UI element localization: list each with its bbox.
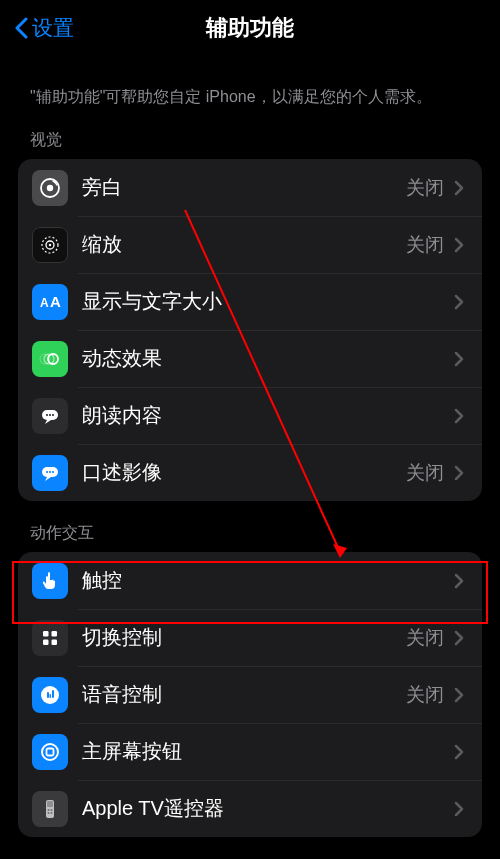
svg-point-1: [47, 185, 53, 191]
row-label: 旁白: [82, 174, 406, 201]
row-label: 语音控制: [82, 681, 406, 708]
svg-rect-20: [43, 639, 49, 645]
row-touch[interactable]: 触控: [18, 552, 482, 609]
content: "辅助功能"可帮助您自定 iPhone，以满足您的个人需求。 视觉 旁白 关闭 …: [0, 56, 500, 837]
svg-text:A: A: [50, 293, 61, 310]
row-status: 关闭: [406, 625, 444, 651]
chevron-right-icon: [450, 572, 468, 590]
zoom-icon: [32, 227, 68, 263]
row-status: 关闭: [406, 175, 444, 201]
svg-point-16: [49, 471, 51, 473]
svg-point-13: [52, 414, 54, 416]
svg-point-12: [49, 414, 51, 416]
chevron-right-icon: [450, 179, 468, 197]
svg-rect-29: [47, 801, 53, 807]
svg-rect-23: [47, 692, 49, 698]
svg-rect-21: [52, 639, 58, 645]
audio-descriptions-icon: [32, 455, 68, 491]
row-motion[interactable]: 动态效果: [18, 330, 482, 387]
header: 设置 辅助功能: [0, 0, 500, 56]
row-label: 朗读内容: [82, 402, 450, 429]
motion-icon: [32, 341, 68, 377]
back-label: 设置: [32, 14, 74, 42]
display-text-icon: AA: [32, 284, 68, 320]
row-label: Apple TV遥控器: [82, 795, 450, 822]
row-status: 关闭: [406, 232, 444, 258]
intro-text: "辅助功能"可帮助您自定 iPhone，以满足您的个人需求。: [0, 86, 500, 130]
svg-point-30: [48, 809, 50, 811]
chevron-right-icon: [450, 629, 468, 647]
svg-rect-18: [43, 631, 49, 637]
svg-point-32: [48, 812, 50, 814]
row-label: 触控: [82, 567, 450, 594]
row-label: 口述影像: [82, 459, 406, 486]
svg-point-15: [46, 471, 48, 473]
chevron-right-icon: [450, 800, 468, 818]
chevron-right-icon: [450, 686, 468, 704]
row-status: 关闭: [406, 460, 444, 486]
touch-icon: [32, 563, 68, 599]
row-status: 关闭: [406, 682, 444, 708]
switch-control-icon: [32, 620, 68, 656]
spoken-content-icon: [32, 398, 68, 434]
section-header-vision: 视觉: [0, 130, 500, 159]
row-label: 动态效果: [82, 345, 450, 372]
chevron-right-icon: [450, 350, 468, 368]
row-voiceover[interactable]: 旁白 关闭: [18, 159, 482, 216]
row-voice-control[interactable]: 语音控制 关闭: [18, 666, 482, 723]
row-label: 主屏幕按钮: [82, 738, 450, 765]
svg-point-4: [49, 244, 51, 246]
svg-rect-19: [52, 631, 58, 637]
row-display-text-size[interactable]: AA 显示与文字大小: [18, 273, 482, 330]
page-title: 辅助功能: [0, 13, 500, 43]
chevron-right-icon: [450, 236, 468, 254]
row-switch-control[interactable]: 切换控制 关闭: [18, 609, 482, 666]
row-label: 显示与文字大小: [82, 288, 450, 315]
group-vision: 旁白 关闭 缩放 关闭 AA 显示与文字大小 动态效果: [18, 159, 482, 501]
chevron-left-icon: [12, 14, 30, 42]
row-apple-tv-remote[interactable]: Apple TV遥控器: [18, 780, 482, 837]
home-button-icon: [32, 734, 68, 770]
svg-rect-27: [47, 748, 54, 755]
chevron-right-icon: [450, 407, 468, 425]
svg-point-33: [51, 812, 53, 814]
back-button[interactable]: 设置: [12, 14, 74, 42]
section-header-motor: 动作交互: [0, 501, 500, 552]
voice-control-icon: [32, 677, 68, 713]
svg-point-31: [51, 809, 53, 811]
row-label: 缩放: [82, 231, 406, 258]
row-audio-descriptions[interactable]: 口述影像 关闭: [18, 444, 482, 501]
svg-point-26: [42, 744, 58, 760]
row-zoom[interactable]: 缩放 关闭: [18, 216, 482, 273]
svg-point-17: [52, 471, 54, 473]
chevron-right-icon: [450, 743, 468, 761]
voiceover-icon: [32, 170, 68, 206]
svg-rect-24: [52, 690, 54, 698]
group-motor: 触控 切换控制 关闭 语音控制 关闭 主屏幕按钮: [18, 552, 482, 837]
row-label: 切换控制: [82, 624, 406, 651]
row-home-button[interactable]: 主屏幕按钮: [18, 723, 482, 780]
svg-point-11: [46, 414, 48, 416]
svg-text:A: A: [40, 296, 49, 310]
apple-tv-remote-icon: [32, 791, 68, 827]
row-spoken-content[interactable]: 朗读内容: [18, 387, 482, 444]
chevron-right-icon: [450, 464, 468, 482]
svg-rect-25: [50, 694, 52, 698]
chevron-right-icon: [450, 293, 468, 311]
